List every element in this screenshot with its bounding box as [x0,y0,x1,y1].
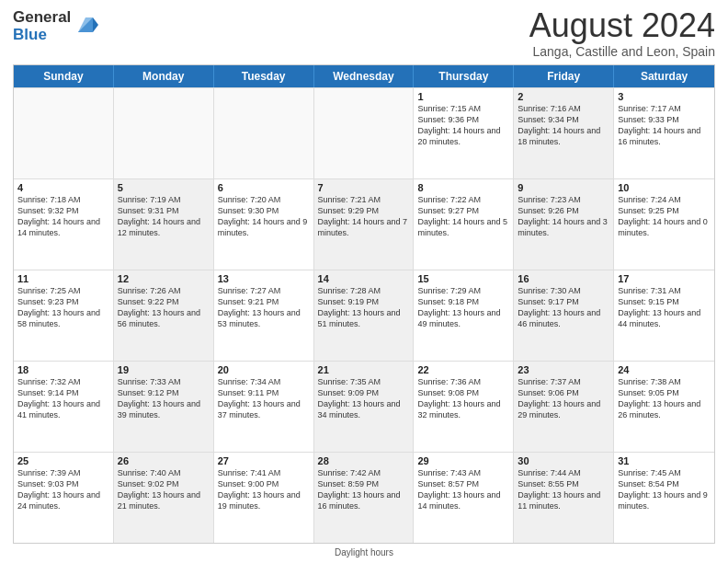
calendar-cell: 11Sunrise: 7:25 AM Sunset: 9:23 PM Dayli… [14,270,114,361]
day-number: 23 [518,364,609,375]
calendar-cell: 16Sunrise: 7:30 AM Sunset: 9:17 PM Dayli… [514,270,614,361]
calendar-week-5: 25Sunrise: 7:39 AM Sunset: 9:03 PM Dayli… [14,452,714,543]
cell-info: Sunrise: 7:15 AM Sunset: 9:36 PM Dayligh… [417,104,500,146]
day-number: 13 [218,273,310,284]
day-number: 31 [618,455,711,466]
cell-info: Sunrise: 7:42 AM Sunset: 8:59 PM Dayligh… [318,468,401,511]
month-title: August 2024 [529,9,715,42]
day-number: 22 [417,364,509,375]
calendar-cell: 20Sunrise: 7:34 AM Sunset: 9:11 PM Dayli… [214,362,314,452]
day-number: 30 [518,455,609,466]
cell-info: Sunrise: 7:22 AM Sunset: 9:27 PM Dayligh… [417,195,507,237]
calendar-week-2: 4Sunrise: 7:18 AM Sunset: 9:32 PM Daylig… [14,178,714,270]
calendar-cell: 17Sunrise: 7:31 AM Sunset: 9:15 PM Dayli… [614,270,714,361]
logo-blue: Blue [13,27,71,44]
cell-info: Sunrise: 7:24 AM Sunset: 9:25 PM Dayligh… [618,195,708,237]
cell-info: Sunrise: 7:26 AM Sunset: 9:22 PM Dayligh… [118,286,200,328]
day-header-monday: Monday [114,65,214,87]
calendar-cell: 19Sunrise: 7:33 AM Sunset: 9:12 PM Dayli… [114,362,214,452]
calendar-cell [214,88,314,178]
cell-info: Sunrise: 7:45 AM Sunset: 8:54 PM Dayligh… [618,468,708,511]
cell-info: Sunrise: 7:31 AM Sunset: 9:15 PM Dayligh… [618,286,700,328]
cell-info: Sunrise: 7:37 AM Sunset: 9:06 PM Dayligh… [518,377,600,419]
day-number: 10 [618,182,711,193]
calendar-cell: 10Sunrise: 7:24 AM Sunset: 9:25 PM Dayli… [614,179,714,270]
calendar-week-1: 1Sunrise: 7:15 AM Sunset: 9:36 PM Daylig… [14,87,714,178]
cell-info: Sunrise: 7:17 AM Sunset: 9:33 PM Dayligh… [618,104,700,146]
day-number: 11 [17,273,109,284]
calendar-cell: 22Sunrise: 7:36 AM Sunset: 9:08 PM Dayli… [414,362,514,452]
cell-info: Sunrise: 7:30 AM Sunset: 9:17 PM Dayligh… [518,286,600,328]
footer-label: Daylight hours [335,547,393,557]
day-number: 5 [118,182,210,193]
cell-info: Sunrise: 7:19 AM Sunset: 9:31 PM Dayligh… [118,195,200,237]
day-number: 7 [318,182,410,193]
calendar-cell: 27Sunrise: 7:41 AM Sunset: 9:00 PM Dayli… [214,453,314,543]
day-number: 27 [218,455,310,466]
day-number: 21 [318,364,410,375]
title-block: August 2024 Langa, Castille and Leon, Sp… [529,9,715,59]
day-number: 1 [417,91,509,102]
day-number: 29 [417,455,509,466]
day-header-sunday: Sunday [14,65,114,87]
calendar-cell: 14Sunrise: 7:28 AM Sunset: 9:19 PM Dayli… [314,270,415,361]
logo: General Blue [13,9,98,43]
header: General Blue August 2024 Langa, Castille… [13,9,715,59]
day-number: 8 [417,182,509,193]
calendar-cell: 12Sunrise: 7:26 AM Sunset: 9:22 PM Dayli… [114,270,214,361]
day-number: 28 [318,455,410,466]
day-number: 20 [218,364,310,375]
cell-info: Sunrise: 7:38 AM Sunset: 9:05 PM Dayligh… [618,377,700,419]
day-number: 3 [618,91,711,102]
cell-info: Sunrise: 7:18 AM Sunset: 9:32 PM Dayligh… [17,195,100,237]
calendar-body: 1Sunrise: 7:15 AM Sunset: 9:36 PM Daylig… [14,87,714,543]
calendar-cell: 29Sunrise: 7:43 AM Sunset: 8:57 PM Dayli… [414,453,514,543]
day-number: 14 [318,273,410,284]
calendar-cell: 1Sunrise: 7:15 AM Sunset: 9:36 PM Daylig… [414,88,514,178]
calendar-header: SundayMondayTuesdayWednesdayThursdayFrid… [14,65,714,87]
svg-marker-1 [78,17,93,32]
cell-info: Sunrise: 7:16 AM Sunset: 9:34 PM Dayligh… [518,104,600,146]
cell-info: Sunrise: 7:35 AM Sunset: 9:09 PM Dayligh… [318,377,401,419]
day-number: 26 [118,455,210,466]
calendar-cell [314,88,415,178]
location-title: Langa, Castille and Leon, Spain [529,44,715,59]
cell-info: Sunrise: 7:40 AM Sunset: 9:02 PM Dayligh… [118,468,200,511]
cell-info: Sunrise: 7:27 AM Sunset: 9:21 PM Dayligh… [218,286,301,328]
day-header-thursday: Thursday [414,65,514,87]
calendar-week-3: 11Sunrise: 7:25 AM Sunset: 9:23 PM Dayli… [14,270,714,361]
day-number: 19 [118,364,210,375]
cell-info: Sunrise: 7:20 AM Sunset: 9:30 PM Dayligh… [218,195,308,237]
calendar-cell: 23Sunrise: 7:37 AM Sunset: 9:06 PM Dayli… [514,362,614,452]
day-number: 17 [618,273,711,284]
cell-info: Sunrise: 7:41 AM Sunset: 9:00 PM Dayligh… [218,468,301,511]
calendar-cell: 7Sunrise: 7:21 AM Sunset: 9:29 PM Daylig… [314,179,415,270]
calendar-cell: 9Sunrise: 7:23 AM Sunset: 9:26 PM Daylig… [514,179,614,270]
cell-info: Sunrise: 7:32 AM Sunset: 9:14 PM Dayligh… [17,377,100,419]
day-number: 18 [17,364,109,375]
calendar-cell: 18Sunrise: 7:32 AM Sunset: 9:14 PM Dayli… [14,362,114,452]
calendar-cell: 24Sunrise: 7:38 AM Sunset: 9:05 PM Dayli… [614,362,714,452]
calendar-cell: 21Sunrise: 7:35 AM Sunset: 9:09 PM Dayli… [314,362,415,452]
calendar: SundayMondayTuesdayWednesdayThursdayFrid… [13,64,715,544]
day-header-tuesday: Tuesday [214,65,314,87]
day-number: 6 [218,182,310,193]
calendar-cell [14,88,114,178]
calendar-cell: 2Sunrise: 7:16 AM Sunset: 9:34 PM Daylig… [514,88,614,178]
calendar-cell: 30Sunrise: 7:44 AM Sunset: 8:55 PM Dayli… [514,453,614,543]
cell-info: Sunrise: 7:39 AM Sunset: 9:03 PM Dayligh… [17,468,100,511]
page: General Blue August 2024 Langa, Castille… [0,0,728,563]
calendar-cell: 26Sunrise: 7:40 AM Sunset: 9:02 PM Dayli… [114,453,214,543]
calendar-cell: 5Sunrise: 7:19 AM Sunset: 9:31 PM Daylig… [114,179,214,270]
day-header-friday: Friday [514,65,614,87]
cell-info: Sunrise: 7:33 AM Sunset: 9:12 PM Dayligh… [118,377,200,419]
cell-info: Sunrise: 7:28 AM Sunset: 9:19 PM Dayligh… [318,286,401,328]
day-number: 24 [618,364,711,375]
day-number: 9 [518,182,609,193]
cell-info: Sunrise: 7:36 AM Sunset: 9:08 PM Dayligh… [417,377,500,419]
cell-info: Sunrise: 7:21 AM Sunset: 9:29 PM Dayligh… [318,195,408,237]
calendar-cell: 28Sunrise: 7:42 AM Sunset: 8:59 PM Dayli… [314,453,415,543]
day-number: 15 [417,273,509,284]
day-number: 2 [518,91,609,102]
cell-info: Sunrise: 7:29 AM Sunset: 9:18 PM Dayligh… [417,286,500,328]
